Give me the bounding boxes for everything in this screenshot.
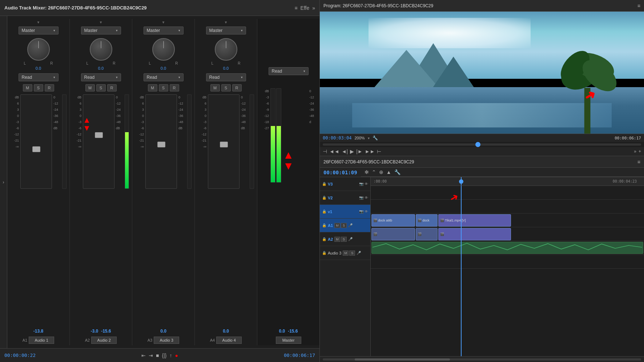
timeline-scroll-track[interactable]	[323, 358, 641, 361]
transport-play-btn[interactable]: {|}	[162, 353, 167, 358]
transport-prev-btn[interactable]: ⇤	[141, 353, 146, 358]
ch2-s-button[interactable]: S	[96, 84, 106, 91]
transport-record-btn[interactable]: ●	[175, 353, 178, 358]
a1-mic-icon[interactable]: 🎤	[348, 223, 353, 227]
mixer-menu-icon[interactable]: ≡	[294, 5, 297, 11]
ch3-fader-handle[interactable]	[157, 142, 165, 147]
ch2-fader-track[interactable]	[83, 94, 114, 189]
a2-tl-m-btn[interactable]: M	[334, 237, 340, 242]
monitor-mark-in-btn[interactable]: ⊣	[323, 149, 327, 154]
a3-tl-m-btn[interactable]: M	[343, 251, 349, 256]
ch4-knob[interactable]	[215, 38, 237, 61]
v3-eye-icon[interactable]: 👁	[365, 182, 368, 186]
monitor-add-btn[interactable]: +	[639, 149, 641, 154]
ch3-knob[interactable]	[152, 38, 175, 61]
timeline-menu-icon[interactable]: ≡	[637, 159, 640, 165]
master-name-box[interactable]: Master	[276, 337, 301, 344]
ch2-knob[interactable]	[90, 38, 112, 61]
ch4-name-box[interactable]: Audio 4	[216, 337, 242, 344]
ch2-fader-value2: -15.6	[101, 329, 111, 334]
a3-tl-s-btn[interactable]: S	[349, 251, 355, 256]
ch1-r-button[interactable]: R	[45, 84, 54, 91]
ch3-master-dropdown[interactable]: Master ▾	[144, 27, 184, 34]
v2-eye-icon[interactable]: 👁	[365, 196, 368, 200]
timeline-title: 26FC6607-27D8-4F65-95CC-1BDCB24C9C29	[323, 159, 414, 164]
clip-dock[interactable]: 🎬 dock	[416, 214, 438, 227]
transport-export-btn[interactable]: ↑	[170, 353, 172, 358]
monitor-step-fwd-btn[interactable]: |►	[356, 149, 363, 154]
a1-clip-1[interactable]: 🎬	[371, 228, 415, 240]
ch3-fader-track[interactable]	[145, 94, 177, 189]
a2-audio-clip[interactable]	[371, 242, 643, 254]
ch4-fader-handle[interactable]	[220, 142, 228, 147]
right-panels: Program: 26FC6607-27D8-4F65-95CC-1BDCB24…	[320, 0, 644, 362]
monitor-play-btn[interactable]: ▶	[350, 149, 354, 154]
monitor-mark-out-btn[interactable]: ⊢	[377, 149, 381, 154]
timeline-scroll-thumb[interactable]	[355, 358, 450, 361]
expand-icon[interactable]: »	[312, 5, 315, 11]
tl-tool-5[interactable]: 🔧	[394, 169, 401, 175]
master-read-dropdown[interactable]: Read ▾	[269, 67, 309, 75]
timeline-scrollbar[interactable]	[320, 356, 644, 362]
monitor-zoom-dropdown[interactable]: ▾	[368, 136, 370, 140]
monitor-prev-frame-btn[interactable]: ◄◄	[329, 149, 339, 154]
ch2-r-button[interactable]: R	[107, 84, 117, 91]
ch2-m-button[interactable]: M	[85, 84, 95, 91]
monitor-next-frame-btn[interactable]: ►►	[365, 149, 375, 154]
ch1-name-box[interactable]: Audio 1	[29, 337, 54, 344]
ch4-master-dropdown[interactable]: Master ▾	[206, 27, 246, 34]
ch4-fader-track[interactable]	[208, 94, 240, 189]
ch3-r-button[interactable]: R	[170, 84, 179, 91]
a1-clip-3[interactable]: 🎬	[438, 228, 511, 240]
a1-tl-m-btn[interactable]: M	[334, 223, 340, 228]
monitor-menu-icon[interactable]: ≡	[637, 3, 640, 9]
ch2-fader-handle[interactable]	[95, 132, 103, 138]
ch1-m-button[interactable]: M	[23, 84, 32, 91]
transport-next-btn[interactable]: ⇥	[149, 353, 153, 358]
clip-dock-atitb[interactable]: 🎬 dock atitb	[371, 214, 415, 227]
ch2-knob-indicator	[101, 41, 101, 48]
v1-eye-icon[interactable]: 👁	[365, 210, 368, 213]
a2-tl-s-btn[interactable]: S	[341, 237, 347, 242]
monitor-settings-icon[interactable]: 🔧	[373, 135, 378, 141]
a2-mic-icon[interactable]: 🎤	[348, 237, 353, 241]
collapse-button[interactable]: ›	[0, 16, 7, 348]
tl-tool-1[interactable]: ✻	[365, 169, 369, 175]
ch4-m-button[interactable]: M	[210, 84, 220, 91]
ch4-meter-fader	[208, 94, 240, 326]
a1-tl-s-btn[interactable]: S	[341, 223, 347, 228]
ch3-name-box[interactable]: Audio 3	[154, 337, 179, 344]
ch3-s-button[interactable]: S	[159, 84, 168, 91]
ch4-s-button[interactable]: S	[221, 84, 231, 91]
ch1-master-dropdown[interactable]: Master ▾	[19, 27, 59, 34]
ch2-name-box[interactable]: Audio 2	[91, 337, 117, 344]
ch2-master-dropdown[interactable]: Master ▾	[81, 27, 121, 34]
a1-clip-2[interactable]: 🎬	[416, 228, 438, 240]
monitor-playhead-bar[interactable]	[323, 143, 641, 146]
monitor-more-controls-btn[interactable]: »	[634, 149, 636, 154]
monitor-playhead[interactable]	[475, 142, 480, 147]
v3-camera-icon[interactable]: 📷	[359, 182, 363, 186]
clip-tikal[interactable]: 🎬 Tikal1.mp4 [V]	[438, 214, 511, 227]
ch2-read-dropdown[interactable]: Read ▾	[81, 73, 121, 81]
v2-camera-icon[interactable]: 📷	[359, 196, 363, 200]
v2-track-icons: 📷 👁	[359, 196, 368, 200]
ch1-fader-track[interactable]	[20, 94, 52, 189]
ch3-read-dropdown[interactable]: Read ▾	[144, 73, 184, 81]
ch4-r-button[interactable]: R	[232, 84, 242, 91]
ch2-fader-value: -3.0	[90, 329, 98, 334]
ch1-knob[interactable]	[27, 38, 50, 61]
v1-camera-icon[interactable]: 📷	[359, 210, 363, 213]
ch1-db-scale: dB 6 3 0 -3 -6 -12 -21 -∞	[10, 94, 19, 326]
ch1-fader-handle[interactable]	[32, 146, 40, 152]
ch1-read-dropdown[interactable]: Read ▾	[19, 73, 59, 81]
ch1-s-button[interactable]: S	[34, 84, 43, 91]
ch4-read-dropdown[interactable]: Read ▾	[206, 73, 246, 81]
tl-tool-3[interactable]: ⊕	[379, 169, 383, 175]
tl-tool-4[interactable]: ▲	[386, 169, 391, 175]
monitor-step-back-btn[interactable]: ◄|	[342, 149, 348, 154]
transport-stop-btn[interactable]: ■	[156, 353, 159, 358]
ch3-m-button[interactable]: M	[148, 84, 157, 91]
a3-mic-icon[interactable]: 🎤	[357, 251, 361, 255]
tl-tool-2[interactable]: ⌃	[372, 169, 376, 175]
